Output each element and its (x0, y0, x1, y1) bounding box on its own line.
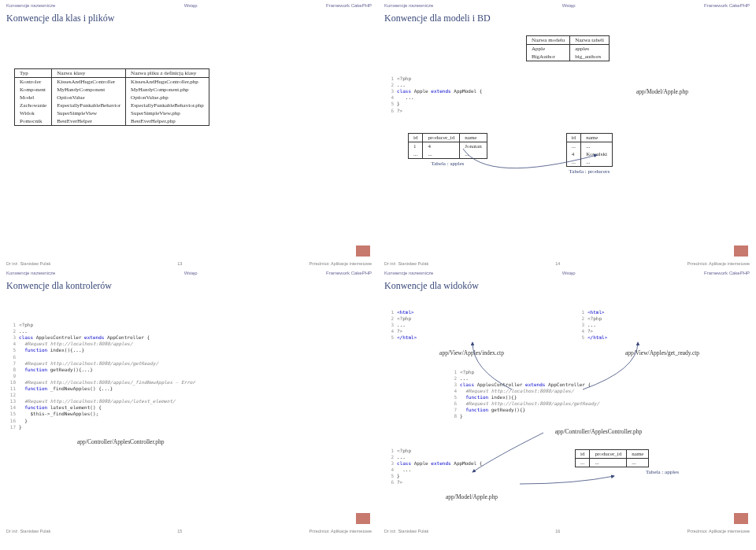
nav-left: Konwencje nazewnicze (384, 3, 433, 8)
class-file-table: Typ Nazwa klasy Nazwa pliku z definicją … (14, 68, 209, 126)
apples-table: idproducer_idname ......... (575, 449, 649, 467)
slide-title: Konwencje dla widoków (384, 280, 750, 292)
th: name (460, 133, 487, 142)
th: id (576, 449, 590, 458)
cell: SuperSimpleView.php (126, 109, 209, 117)
cell: Apple (527, 45, 570, 54)
model-table-map: Nazwa modeluNazwa tabeli Appleapples Big… (526, 35, 610, 61)
footer: Dr inż. Stanisław Polak 16 Przedmiot: Ap… (384, 529, 750, 533)
footer-author: Dr inż. Stanisław Polak (384, 529, 428, 533)
nav-mid: Wstęp (562, 3, 576, 8)
nav-bar: Konwencje nazewnicze Wstęp Framework Cak… (384, 3, 750, 8)
footer: Dr inż. Stanisław Polak 14 Przedmiot: Ap… (384, 261, 750, 266)
th: Nazwa tabeli (570, 36, 610, 45)
cell: 4 (566, 150, 580, 158)
nav-left: Konwencje nazewnicze (384, 271, 433, 275)
nav-mid: Wstęp (184, 271, 198, 275)
slide-14: Konwencje nazewnicze Wstęp Framework Cak… (378, 0, 756, 268)
slide-title: Konwencje dla klas i plików (6, 13, 372, 24)
controller-path: app/Controller/ApplesController.php (447, 428, 750, 435)
nav-right: Framework CakePHP (326, 3, 372, 8)
cell: ... (460, 150, 487, 159)
cell: apples (570, 45, 610, 54)
cell: ... (576, 458, 590, 467)
cell: ... (581, 158, 613, 167)
controller-code: 1<?php 2... 3class ApplesController exte… (6, 316, 372, 437)
cell: Pomocnik (15, 117, 52, 126)
producers-table: idname ...... 4Kowalski ...... (566, 133, 613, 167)
cell: KissesAndHugsController.php (126, 78, 209, 87)
logo-icon (734, 245, 748, 257)
cell: Widok (15, 109, 52, 117)
slide-title: Konwencje dla modeli i BD (384, 13, 750, 24)
cell: BigAuthor (527, 53, 570, 61)
cell: BestEverHelper (52, 117, 126, 126)
model-code: 1<?php 2... 3class Apple extends AppMode… (384, 69, 559, 120)
footer-subject: Przedmiot: Aplikacje internetowe (309, 529, 372, 533)
apples-table: idproducer_idname 14Jonatan ......... (408, 133, 487, 159)
cell: 1 (409, 142, 423, 150)
nav-left: Konwencje nazewnicze (6, 3, 55, 8)
apples-label: Tabela : apples (575, 469, 750, 475)
nav-bar: Konwencje nazewnicze Wstęp Framework Cak… (6, 271, 372, 275)
th-typ: Typ (15, 69, 52, 78)
th: producer_id (423, 133, 460, 142)
cell: MyHandyComponent (52, 86, 126, 94)
cell: ... (590, 458, 627, 467)
cell: BestEverHelper.php (126, 117, 209, 126)
cell: 4 (423, 142, 460, 150)
footer-subject: Przedmiot: Aplikacje internetowe (687, 529, 750, 533)
view1-path: app/View/Apples/index.ctp (384, 349, 559, 356)
footer-subject: Przedmiot: Aplikacje internetowe (687, 261, 750, 266)
cell: ... (581, 142, 613, 150)
slide-13: Konwencje nazewnicze Wstęp Framework Cak… (0, 0, 378, 268)
cell: Kontroler (15, 78, 52, 87)
slide-number: 13 (50, 261, 309, 266)
footer-author: Dr inż. Stanisław Polak (6, 261, 50, 266)
view1-code: 1<html> 2<?php 3... 4?> 5</html> (384, 303, 559, 348)
cell: SuperSimpleView (52, 109, 126, 117)
cell: KissesAndHugsController (52, 78, 126, 87)
nav-left: Konwencje nazewnicze (6, 271, 55, 275)
view2-code: 1<html> 2<?php 3... 4?> 5</html> (575, 303, 750, 348)
cell: ... (409, 150, 423, 159)
footer-author: Dr inż. Stanisław Polak (6, 529, 50, 533)
nav-right: Framework CakePHP (704, 3, 750, 8)
cell: Komponent (15, 86, 52, 94)
th: producer_id (590, 449, 627, 458)
th: name (581, 133, 613, 142)
th-plik: Nazwa pliku z definicją klasy (126, 69, 209, 78)
controller-path: app/Controller/ApplesController.php (77, 438, 372, 445)
th-klasa: Nazwa klasy (52, 69, 126, 78)
cell: Zachowanie (15, 102, 52, 109)
th: name (627, 449, 649, 458)
logo-icon (734, 513, 748, 524)
nav-bar: Konwencje nazewnicze Wstęp Framework Cak… (6, 3, 372, 8)
cell: OptionValue.php (126, 94, 209, 102)
cell: ... (566, 142, 580, 150)
nav-right: Framework CakePHP (326, 271, 372, 275)
cell: ... (423, 150, 460, 159)
cell: MyHandyComponent.php (126, 86, 209, 94)
slide-number: 15 (50, 529, 309, 533)
slide-number: 16 (428, 529, 687, 533)
footer-author: Dr inż. Stanisław Polak (384, 261, 428, 266)
footer: Dr inż. Stanisław Polak 13 Przedmiot: Ap… (6, 261, 372, 266)
nav-mid: Wstęp (184, 3, 198, 8)
model-path: app/Model/Apple.php (575, 88, 750, 95)
cell: EspeciallyFunkableBehavior (52, 102, 126, 109)
producers-label: Tabela : producers (566, 168, 613, 175)
slide-number: 14 (428, 261, 687, 266)
controller-code: 1<?php 2... 3class ApplesController exte… (447, 363, 750, 426)
slide-title: Konwencje dla kontrolerów (6, 280, 372, 292)
cell: OptionValue (52, 94, 126, 102)
slide-16: Konwencje nazewnicze Wstęp Framework Cak… (378, 268, 756, 535)
model-code: 1<?php 2... 3class Apple extends AppMode… (384, 441, 559, 493)
nav-mid: Wstęp (562, 271, 576, 275)
slide-15: Konwencje nazewnicze Wstęp Framework Cak… (0, 268, 378, 535)
th: Nazwa modelu (527, 36, 570, 45)
apples-label: Tabela : apples (408, 161, 487, 167)
view2-path: app/View/Apples/get_ready.ctp (575, 349, 750, 356)
cell: EspeciallyFunkableBehavior.php (126, 102, 209, 109)
cell: Jonatan (460, 142, 487, 150)
